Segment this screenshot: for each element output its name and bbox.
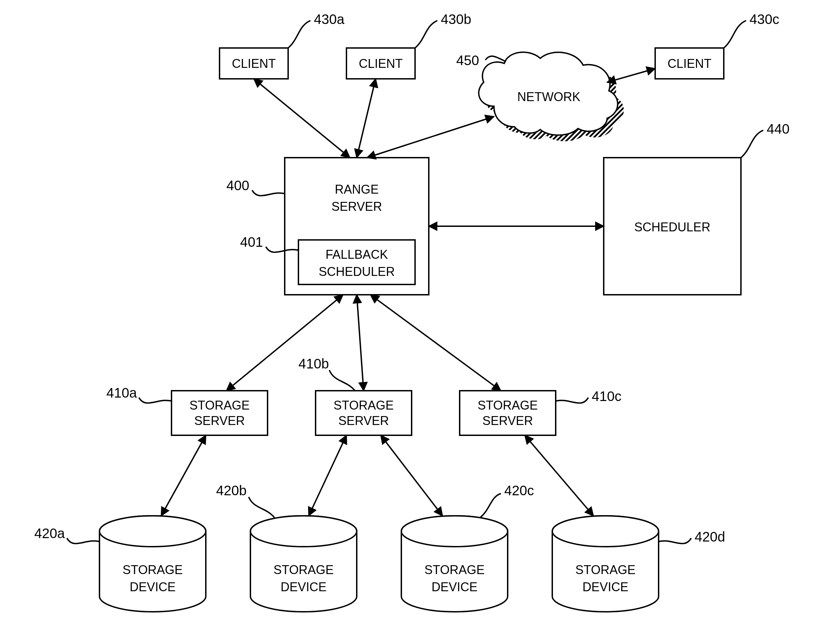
scheduler-ref: 440 [767, 121, 790, 136]
svg-point-13 [250, 516, 357, 546]
storage-device-c: STORAGE DEVICE 420c [401, 483, 534, 612]
storage-server-c: STORAGE SERVER 410c [460, 389, 621, 435]
client-c-ref: 430c [750, 12, 779, 27]
storage-device-b-l2: DEVICE [281, 580, 326, 594]
client-a-label: CLIENT [232, 57, 276, 71]
client-b-label: CLIENT [359, 57, 403, 71]
conn-range-client-b [357, 79, 376, 158]
storage-server-a-l2: SERVER [194, 414, 245, 428]
conn-ssa-sda [161, 435, 206, 516]
svg-rect-7 [171, 391, 267, 435]
scheduler-label: SCHEDULER [634, 220, 710, 234]
conn-ssb-sdc [381, 435, 442, 516]
network-cloud: NETWORK 450 [456, 52, 624, 141]
client-a-ref: 430a [314, 12, 345, 27]
storage-device-d-ref: 420d [695, 529, 725, 544]
storage-server-b: STORAGE SERVER 410b [298, 356, 411, 435]
storage-server-c-l2: SERVER [482, 414, 533, 428]
conn-range-network [367, 116, 494, 158]
storage-device-d-l1: STORAGE [575, 563, 635, 577]
conn-ssb-sdb [309, 435, 346, 516]
client-c-label: CLIENT [668, 57, 711, 71]
conn-range-ss-c [371, 295, 501, 391]
conn-range-client-a [254, 79, 350, 158]
scheduler: SCHEDULER 440 [604, 121, 790, 295]
svg-point-11 [99, 516, 206, 546]
range-server-label2: SERVER [331, 200, 382, 214]
storage-device-d-l2: DEVICE [582, 580, 629, 594]
storage-device-c-l1: STORAGE [424, 563, 484, 577]
range-server: RANGE SERVER 400 FALLBACK SCHEDULER 401 [227, 158, 429, 295]
fallback-label1: FALLBACK [326, 248, 388, 262]
conn-network-client-c [607, 68, 655, 82]
storage-server-a: STORAGE SERVER 410a [106, 385, 267, 435]
network-label: NETWORK [517, 90, 581, 104]
storage-device-b-l1: STORAGE [273, 563, 334, 577]
network-ref: 450 [456, 53, 479, 68]
svg-point-17 [552, 516, 658, 546]
storage-server-b-l1: STORAGE [334, 398, 393, 412]
storage-server-a-ref: 410a [106, 385, 137, 400]
storage-device-a-l2: DEVICE [130, 580, 175, 594]
storage-server-b-ref: 410b [298, 356, 329, 371]
svg-rect-9 [460, 391, 556, 435]
conn-range-ss-b [357, 295, 363, 391]
storage-device-b: STORAGE DEVICE 420b [216, 483, 357, 612]
storage-server-a-l1: STORAGE [189, 398, 249, 412]
storage-server-b-l2: SERVER [338, 414, 389, 428]
storage-device-c-ref: 420c [504, 483, 534, 498]
client-b: CLIENT 430b [346, 12, 471, 79]
client-a: CLIENT 430a [219, 12, 345, 79]
svg-rect-8 [315, 391, 411, 435]
svg-point-15 [401, 516, 508, 546]
client-c: CLIENT 430c [655, 12, 779, 79]
client-b-ref: 430b [441, 12, 471, 27]
storage-device-a-ref: 420a [34, 526, 65, 541]
storage-device-c-l2: DEVICE [432, 580, 478, 594]
storage-server-c-l1: STORAGE [478, 398, 537, 412]
conn-range-ss-a [227, 295, 343, 391]
conn-ssc-sdd [525, 435, 593, 516]
storage-device-d: STORAGE DEVICE 420d [552, 516, 725, 612]
range-server-label1: RANGE [335, 182, 379, 197]
fallback-ref: 401 [240, 234, 263, 249]
fallback-label2: SCHEDULER [319, 265, 395, 279]
storage-server-c-ref: 410c [592, 389, 621, 404]
storage-device-a-l1: STORAGE [123, 563, 183, 577]
storage-device-a: STORAGE DEVICE 420a [34, 516, 206, 612]
range-server-ref: 400 [227, 178, 249, 193]
storage-device-b-ref: 420b [216, 483, 247, 498]
fallback-scheduler: FALLBACK SCHEDULER 401 [240, 234, 415, 285]
